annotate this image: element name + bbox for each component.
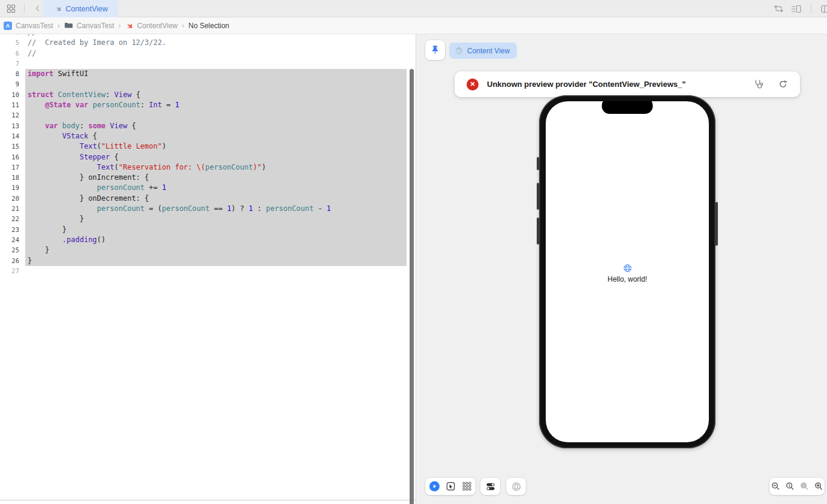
hello-world-text: Hello, world! xyxy=(608,275,647,283)
code-text: personCount += 1 xyxy=(25,183,407,193)
variants-button[interactable] xyxy=(462,480,472,493)
code-text: } xyxy=(25,225,407,235)
code-line-27[interactable]: 27 xyxy=(0,266,416,276)
divider xyxy=(24,4,25,13)
code-line-13[interactable]: 13 var body: some View { xyxy=(0,121,416,131)
globe-icon xyxy=(623,264,632,273)
swift-file-icon xyxy=(53,5,62,13)
select-preview-button[interactable] xyxy=(446,480,456,493)
code-text xyxy=(25,59,407,69)
zoom-in-icon xyxy=(814,482,823,491)
code-text xyxy=(25,110,407,120)
code-line-25[interactable]: 25 } xyxy=(0,245,416,255)
error-icon: ✕ xyxy=(467,79,479,90)
zoom-out-icon xyxy=(771,482,780,491)
line-number: 7 xyxy=(0,59,25,69)
add-editor-icon[interactable] xyxy=(819,2,827,16)
code-line-20[interactable]: 20 } onDecrement: { xyxy=(0,194,416,204)
code-line-23[interactable]: 23 } xyxy=(0,225,416,235)
code-text: } onIncrement: { xyxy=(25,173,407,183)
dynamic-island xyxy=(602,101,653,114)
line-number: 22 xyxy=(0,214,25,224)
code-line-6[interactable]: 6// xyxy=(0,49,416,59)
refresh-preview-button[interactable] xyxy=(776,78,789,91)
line-number: 13 xyxy=(0,121,25,131)
tab-overview-icon[interactable] xyxy=(4,2,17,15)
breadcrumb-item-file[interactable]: ContentView xyxy=(125,22,178,30)
project-app-icon: A xyxy=(4,22,12,30)
editor-options-icon[interactable] xyxy=(790,2,803,16)
code-text: // Created by Imera on 12/3/22. xyxy=(25,38,407,48)
swift-file-icon xyxy=(125,22,133,30)
code-line-10[interactable]: 10struct ContentView: View { xyxy=(0,90,416,100)
zoom-out-button[interactable] xyxy=(771,480,780,493)
zoom-actual-size-button[interactable]: 1 xyxy=(785,480,795,493)
folder-icon xyxy=(64,21,73,30)
preview-mode-toolbar xyxy=(425,478,476,495)
line-number: 19 xyxy=(0,183,25,193)
line-number: 23 xyxy=(0,225,25,235)
preview-canvas: Content View ✕ Unknown preview provider … xyxy=(416,34,827,504)
device-settings-button[interactable] xyxy=(480,478,500,495)
tab-bar: ContentView xyxy=(0,0,827,17)
code-text: } xyxy=(25,245,407,255)
zoom-to-fit-button[interactable] xyxy=(799,480,809,493)
breadcrumb-separator: › xyxy=(182,22,184,30)
code-line-5[interactable]: 5// Created by Imera on 12/3/22. xyxy=(0,38,416,48)
code-line-12[interactable]: 12 xyxy=(0,110,416,120)
breadcrumb-item-group[interactable]: CanvasTest xyxy=(64,21,115,30)
divider xyxy=(811,4,811,13)
svg-text:1: 1 xyxy=(788,483,790,487)
code-line-26[interactable]: 26} xyxy=(0,256,416,266)
line-number: 26 xyxy=(0,256,25,266)
code-line-18[interactable]: 18 } onIncrement: { xyxy=(0,173,416,183)
diagnostics-button[interactable] xyxy=(752,78,765,91)
line-number: 20 xyxy=(0,194,25,204)
line-number: 16 xyxy=(0,152,25,162)
code-line-14[interactable]: 14 VStack { xyxy=(0,131,416,141)
breadcrumb-separator: › xyxy=(58,22,60,30)
line-number: 14 xyxy=(0,131,25,141)
code-line-11[interactable]: 11 @State var personCount: Int = 1 xyxy=(0,100,416,110)
code-line-16[interactable]: 16 Stepper { xyxy=(0,152,416,162)
code-review-icon[interactable] xyxy=(772,2,785,16)
source-editor[interactable]: 4//5// Created by Imera on 12/3/22.6//78… xyxy=(0,34,416,504)
power-button xyxy=(715,202,718,246)
tab-contentview[interactable]: ContentView xyxy=(43,0,118,17)
code-line-15[interactable]: 15 Text("Little Lemon") xyxy=(0,141,416,152)
code-line-17[interactable]: 17 Text("Reservation for: \(personCount)… xyxy=(0,162,416,173)
device-bezel-button[interactable] xyxy=(506,478,526,495)
xcode-window: ContentView A CanvasTest › CanvasTest › xyxy=(0,0,827,504)
code-text: Text("Little Lemon") xyxy=(25,141,407,152)
grid-variants-icon xyxy=(462,482,471,491)
editor-scrollbar[interactable] xyxy=(410,69,414,504)
back-chevron-icon[interactable] xyxy=(31,2,44,15)
iphone-preview-device: Hello, world! xyxy=(539,95,715,448)
spinner-icon xyxy=(455,47,463,55)
breadcrumb-item-project[interactable]: A CanvasTest xyxy=(4,22,53,30)
preview-screen[interactable]: Hello, world! xyxy=(546,101,709,442)
line-number: 27 xyxy=(0,266,25,276)
pin-preview-button[interactable] xyxy=(425,40,445,60)
live-preview-button[interactable] xyxy=(429,481,440,491)
code-line-21[interactable]: 21 personCount = (personCount == 1) ? 1 … xyxy=(0,204,416,214)
code-line-9[interactable]: 9 xyxy=(0,79,416,89)
code-text: // xyxy=(25,49,407,59)
code-line-8[interactable]: 8import SwiftUI xyxy=(0,69,416,79)
code-line-22[interactable]: 22 } xyxy=(0,214,416,224)
tab-label: ContentView xyxy=(65,5,108,13)
line-number: 5 xyxy=(0,38,25,48)
zoom-100-icon: 1 xyxy=(786,482,795,491)
code-text: } xyxy=(25,256,407,266)
mute-switch xyxy=(537,157,539,170)
volume-down-button xyxy=(537,218,539,245)
code-text: var body: some View { xyxy=(25,121,407,131)
cursor-square-icon xyxy=(446,482,455,491)
code-line-19[interactable]: 19 personCount += 1 xyxy=(0,183,416,193)
line-number: 6 xyxy=(0,49,25,59)
code-line-7[interactable]: 7 xyxy=(0,59,416,69)
preview-name-button[interactable]: Content View xyxy=(449,43,517,59)
breadcrumb-item-selection[interactable]: No Selection xyxy=(188,22,229,30)
zoom-in-button[interactable] xyxy=(814,480,823,493)
code-line-24[interactable]: 24 .padding() xyxy=(0,235,416,245)
